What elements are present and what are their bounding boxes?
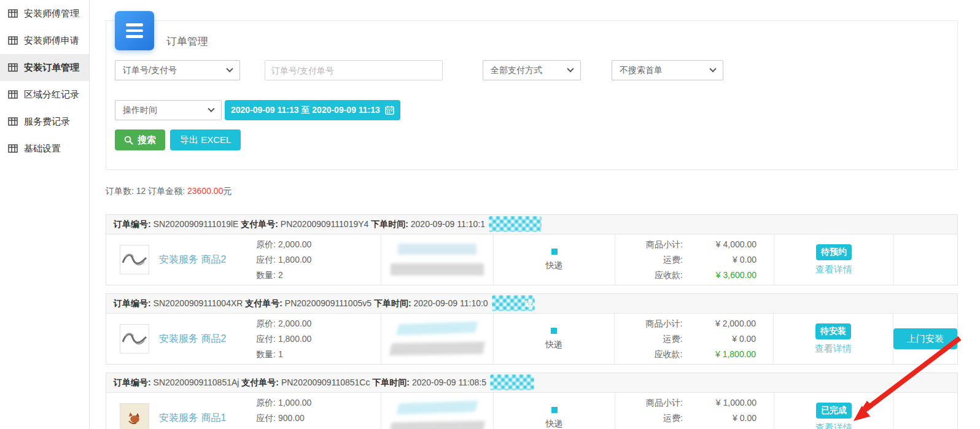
totals-cell: 商品小计:¥ 4,000.00 运费:¥ 0.00 应收款:¥ 3,600.00 (615, 234, 774, 285)
main-content: 订单管理 订单号/支付号 全部支付方式 不搜索首单 操作时间 (106, 0, 958, 429)
delivery-dot-icon (551, 249, 558, 255)
order-number: SN20200909111004XR (154, 298, 243, 308)
order-summary: 订单数: 12 订单金额: 23600.00元 (106, 186, 958, 197)
calendar-icon (385, 106, 394, 115)
order-time: 2020-09-09 11:10:1 (411, 219, 485, 229)
view-detail-link[interactable]: 查看详情 (815, 422, 852, 429)
table-icon (8, 36, 18, 45)
order-header: 订单编号: SN20200909110851Aj 支付单号: PN2020090… (106, 373, 957, 393)
table-icon (8, 117, 18, 126)
sidebar-item-basic-settings[interactable]: 基础设置 (0, 135, 89, 162)
sidebar-item-install-orders[interactable]: 安装订单管理 (0, 54, 89, 81)
table-icon (8, 90, 18, 99)
search-button[interactable]: 搜索 (115, 129, 165, 150)
order-number-input[interactable] (265, 60, 443, 80)
product-thumbnail (120, 403, 149, 429)
view-detail-link[interactable]: 查看详情 (815, 343, 852, 355)
order-number: SN20200909111019lE (154, 219, 239, 229)
product-thumbnail (120, 324, 149, 354)
delivery-dot-icon (551, 328, 557, 334)
view-detail-link[interactable]: 查看详情 (815, 264, 852, 276)
product-name-link[interactable]: 安装服务 商品1 (159, 412, 256, 425)
censored-region (490, 374, 534, 390)
action-cell (893, 234, 957, 285)
status-badge: 待预约 (816, 244, 852, 260)
order-card: 订单编号: SN20200909111019lE 支付单号: PN2020090… (106, 214, 958, 285)
action-cell: 上门安装 (893, 314, 957, 364)
customer-info-censored (381, 234, 493, 285)
order-number: SN20200909110851Aj (154, 377, 239, 387)
hamburger-icon (126, 23, 143, 26)
product-name-link[interactable]: 安装服务 商品2 (159, 333, 256, 346)
table-icon (8, 63, 18, 72)
order-header: 订单编号: SN20200909111019lE 支付单号: PN2020090… (106, 215, 957, 234)
sidebar-item-label: 基础设置 (24, 143, 61, 155)
order-count: 12 (136, 186, 146, 196)
order-time: 2020-09-09 11:08:5 (412, 377, 486, 387)
payment-number: PN20200909110851Cc (281, 377, 370, 387)
censored-region: 成 (492, 295, 535, 311)
first-order-select[interactable]: 不搜索首单 (612, 60, 723, 80)
delivery-dot-icon (551, 407, 558, 413)
status-badge: 待安装 (815, 323, 851, 339)
product-thumbnail (120, 245, 149, 274)
action-cell (893, 393, 957, 429)
totals-cell: 商品小计:¥ 2,000.00 运费:¥ 0.00 应收款:¥ 1,800.00 (614, 314, 773, 364)
payment-number: PN20200909111005v5 (285, 298, 371, 308)
payment-method-select[interactable]: 全部支付方式 (483, 60, 581, 80)
order-time: 2020-09-09 11:10:0 (413, 298, 488, 308)
sidebar-item-label: 安装师傅管理 (24, 8, 79, 20)
time-type-select[interactable]: 操作时间 (115, 100, 222, 120)
sidebar-item-service-fee[interactable]: 服务费记录 (0, 108, 89, 135)
product-prices: 原价:2,000.00 应付:1,800.00 数量:2 (256, 237, 311, 283)
order-header: 订单编号: SN20200909111004XR 支付单号: PN2020090… (106, 294, 957, 314)
date-range-button[interactable]: 2020-09-09 11:13 至 2020-09-09 11:13 (225, 100, 400, 120)
sidebar-item-label: 服务费记录 (24, 116, 70, 128)
product-image (121, 328, 148, 349)
search-field-select[interactable]: 订单号/支付号 (115, 60, 240, 80)
totals-cell: 商品小计:¥ 1,000.00 运费:¥ 0.00 应收款:¥ 1,400.00 (615, 393, 774, 429)
table-icon (8, 9, 18, 18)
delivery-cell: 快递 (493, 393, 615, 429)
customer-info-censored (381, 314, 493, 364)
censored-region (489, 216, 542, 232)
export-excel-button[interactable]: 导出 EXCEL (170, 129, 241, 150)
order-amount: 23600.00 (187, 186, 223, 196)
chevron-down-icon (208, 105, 214, 112)
order-card: 订单编号: SN20200909110851Aj 支付单号: PN2020090… (106, 373, 958, 429)
product-prices: 原价:2,000.00 应付:1,800.00 数量:1 (256, 316, 311, 362)
table-icon (8, 144, 18, 153)
menu-toggle-button[interactable] (115, 11, 154, 50)
order-management-page: 安装师傅管理 安装师傅申请 安装订单管理 区域分红记录 服务费记录 基础设置 (0, 0, 980, 429)
sidebar-item-label: 安装订单管理 (24, 62, 79, 74)
chevron-down-icon (567, 65, 574, 72)
sidebar-item-installer-management[interactable]: 安装师傅管理 (0, 0, 89, 27)
sidebar-item-label: 区域分红记录 (24, 89, 79, 101)
product-prices: 原价:1,000.00 应付:900.00 数量:1 (256, 395, 311, 429)
status-badge: 已完成 (816, 403, 852, 419)
payment-number: PN20200909111019Y4 (281, 219, 369, 229)
door-install-button[interactable]: 上门安装 (893, 328, 957, 349)
order-card: 订单编号: SN20200909111004XR 支付单号: PN2020090… (106, 293, 958, 365)
product-image (126, 410, 142, 426)
sidebar-item-installer-apply[interactable]: 安装师傅申请 (0, 27, 89, 54)
delivery-cell: 快递 (493, 234, 615, 285)
page-title: 订单管理 (166, 34, 208, 48)
customer-info-censored (381, 393, 493, 429)
sidebar-item-region-dividend[interactable]: 区域分红记录 (0, 81, 89, 108)
sidebar: 安装师傅管理 安装师傅申请 安装订单管理 区域分红记录 服务费记录 基础设置 (0, 0, 90, 429)
search-icon (124, 136, 133, 145)
delivery-cell: 快递 (493, 314, 615, 364)
product-image (121, 249, 148, 270)
product-name-link[interactable]: 安装服务 商品2 (159, 253, 256, 266)
chevron-down-icon (226, 65, 233, 72)
sidebar-item-label: 安装师傅申请 (24, 35, 79, 47)
filter-card: 订单管理 订单号/支付号 全部支付方式 不搜索首单 操作时间 (106, 20, 958, 170)
chevron-down-icon (709, 65, 716, 72)
